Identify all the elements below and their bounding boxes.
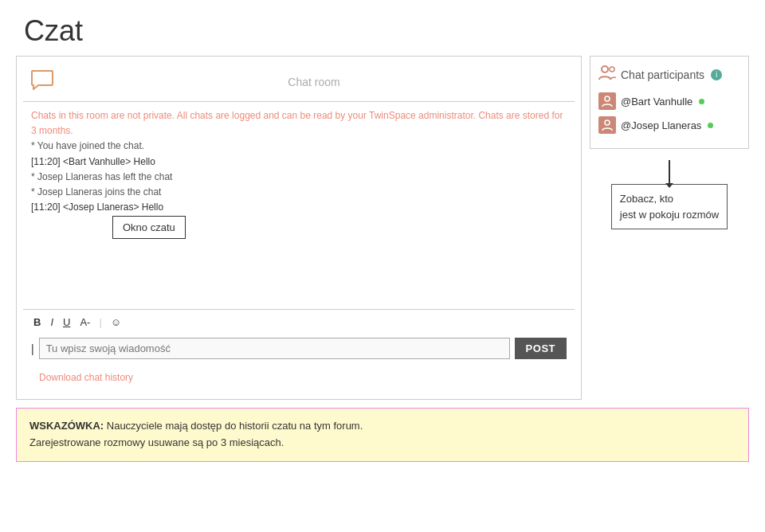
participants-title: Chat participants	[621, 68, 704, 81]
page-title: Czat	[0, 0, 765, 56]
underline-button[interactable]: U	[61, 315, 73, 330]
cursor-indicator: |	[31, 342, 34, 355]
okno-czatu-label: Okno czatu	[112, 216, 186, 239]
hint-box: WSKAZÓWKA: Nauczyciele mają dostęp do hi…	[16, 408, 749, 462]
online-indicator-1	[699, 99, 704, 104]
chat-msg-0: * You have joined the chat.	[31, 139, 567, 154]
bold-button[interactable]: B	[31, 315, 43, 330]
arrow-down	[669, 160, 670, 184]
chat-messages-area: Chats in this room are not private. All …	[23, 102, 575, 309]
participants-header: Chat participants i	[598, 65, 740, 84]
participants-panel: Chat participants i @Bart Vanhulle	[590, 56, 749, 149]
download-chat-link[interactable]: Download chat history	[31, 367, 141, 388]
callout-line2: jest w pokoju rozmów	[620, 207, 719, 223]
hint-text1: Nauczyciele mają dostęp do historii czat…	[104, 420, 363, 432]
online-indicator-2	[708, 123, 713, 128]
chat-bubble-icon	[31, 69, 53, 95]
participants-icon	[598, 65, 616, 84]
chat-msg-4: [11:20] <Josep Llaneras> Hello	[31, 200, 567, 215]
hint-text2: Zarejestrowane rozmowy usuwane są po 3 m…	[29, 436, 284, 448]
emoji-button[interactable]: ☺	[108, 315, 124, 330]
chat-toolbar: B I U A- | ☺	[23, 309, 575, 334]
chat-warning: Chats in this room are not private. All …	[31, 108, 567, 139]
svg-point-1	[610, 67, 614, 72]
chat-msg-2: * Josep Llaneras has left the chat	[31, 170, 567, 185]
chat-msg-1: [11:20] <Bart Vanhulle> Hello	[31, 155, 567, 170]
post-button[interactable]: POST	[515, 338, 567, 359]
hint-label: WSKAZÓWKA:	[29, 420, 104, 432]
callout-line1: Zobacz, kto	[620, 191, 719, 207]
participant-avatar-2	[598, 116, 616, 134]
svg-point-2	[605, 96, 610, 101]
participant-avatar-1	[598, 92, 616, 110]
toolbar-separator: |	[99, 316, 101, 328]
participants-callout: Zobacz, kto jest w pokoju rozmów	[611, 184, 728, 229]
participant-name-2: @Josep Llaneras	[621, 119, 701, 131]
chat-header: Chat room	[23, 63, 575, 102]
participant-item-1: @Bart Vanhulle	[598, 92, 740, 110]
font-size-button[interactable]: A-	[77, 315, 92, 330]
italic-button[interactable]: I	[48, 315, 56, 330]
svg-point-3	[605, 120, 610, 125]
participant-item-2: @Josep Llaneras	[598, 116, 740, 134]
message-input[interactable]	[39, 338, 510, 359]
chat-msg-3: * Josep Llaneras joins the chat	[31, 185, 567, 200]
info-badge: i	[711, 69, 722, 80]
chat-room-title: Chat room	[61, 76, 567, 88]
svg-point-0	[602, 66, 608, 72]
chat-input-row: | POST	[23, 334, 575, 366]
participant-name-1: @Bart Vanhulle	[621, 96, 692, 108]
